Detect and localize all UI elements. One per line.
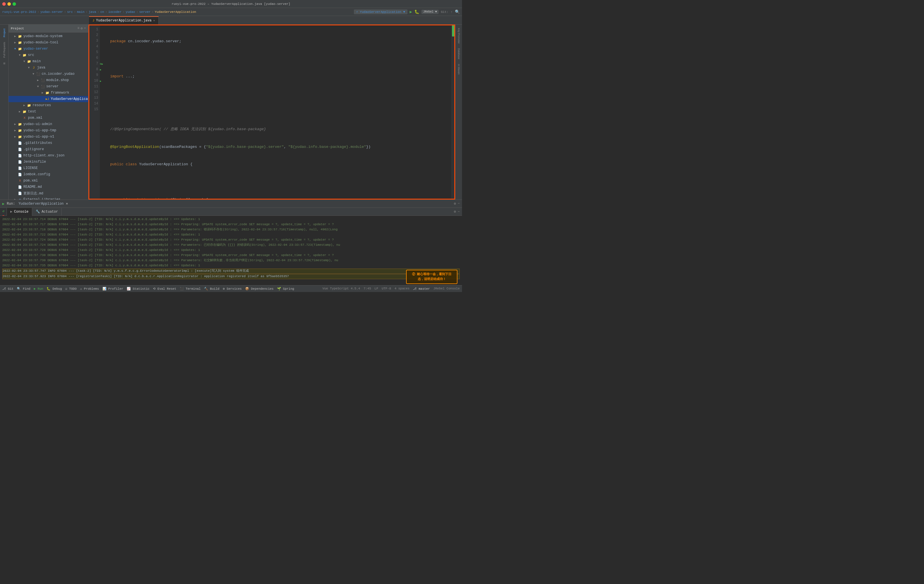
- run-line7-arrow[interactable]: ▶: [102, 63, 103, 66]
- tree-item-pom-root[interactable]: ▶ X pom.xml: [8, 178, 88, 184]
- tree-item-gitignore[interactable]: ▶ 📄 .gitignore: [8, 146, 88, 152]
- settings-icon[interactable]: ⚙: [454, 201, 456, 206]
- tree-item-lombok[interactable]: ▶ 📄 lombok.config: [8, 171, 88, 178]
- database-panel[interactable]: Database: [457, 47, 460, 61]
- problems-status[interactable]: ⚠ Problems: [80, 287, 99, 290]
- settings-console-icon[interactable]: ⚙: [454, 210, 456, 214]
- branch-info[interactable]: ⎇ master: [413, 287, 430, 290]
- breadcrumb-iocoder[interactable]: iocoder: [109, 10, 122, 14]
- tree-item-resources[interactable]: ▶ 📁 resources: [8, 102, 88, 109]
- minimize-button[interactable]: [7, 2, 11, 6]
- panel-tool-2[interactable]: ⚙: [81, 26, 83, 31]
- editor-scrollbar[interactable]: [451, 25, 455, 200]
- tree-item-server-folder[interactable]: ▼ ⬛ server: [8, 83, 88, 90]
- tree-label: framework: [51, 91, 69, 95]
- maven-panel[interactable]: m Maven: [457, 63, 460, 76]
- git-push-button[interactable]: ↑: [450, 10, 452, 14]
- run-button[interactable]: ▶: [410, 10, 412, 14]
- tree-item-package[interactable]: ▼ ⬛ cn.iocoder.yudao: [8, 71, 88, 77]
- tree-item-http-client[interactable]: ▶ 📄 http-client.env.json: [8, 152, 88, 159]
- tab-actuator[interactable]: 🔧 Actuator: [32, 208, 62, 216]
- tab-console[interactable]: ▶ Console: [7, 208, 32, 216]
- tree-item-external-libs[interactable]: ▶ ⊞ External Libraries: [8, 196, 88, 200]
- breadcrumb-server[interactable]: server: [139, 10, 151, 14]
- tree-item-yudao-server-app[interactable]: ▶ ▶J YudaoServerApplication: [8, 96, 88, 102]
- breadcrumb-yudao[interactable]: yudao: [125, 10, 135, 14]
- run-line8-arrow[interactable]: ▶: [100, 68, 101, 71]
- find-status[interactable]: 🔍 Find: [17, 287, 30, 290]
- libs-icon: ⊞: [18, 197, 22, 200]
- tree-label: 更新日志.md: [23, 191, 43, 196]
- close-button[interactable]: [2, 2, 6, 6]
- dependencies-status[interactable]: 📦 Dependencies: [245, 287, 274, 290]
- profiler-status[interactable]: 📊 Profiler: [102, 287, 123, 290]
- xml-icon: X: [18, 178, 22, 183]
- run-status[interactable]: ▶ Run: [34, 287, 43, 290]
- tree-item-module-tool[interactable]: ▶ 📁 yudao-module-tool: [8, 40, 88, 46]
- build-status[interactable]: 🔨 Build: [204, 287, 219, 290]
- tree-item-pom-inner[interactable]: ▶ X pom.xml: [8, 115, 88, 121]
- console-side-toolbar: ↺ ■ ↓ ⤓ ⊜ 🗑: [0, 208, 7, 216]
- console-content[interactable]: 2022-02-04 23:33:57.714 DEBUG 67604 --- …: [0, 216, 462, 285]
- spring-status[interactable]: 🌱 Spring: [277, 287, 294, 290]
- breadcrumb-class[interactable]: YudaoServerApplication: [155, 10, 196, 14]
- panel-minimize[interactable]: −: [84, 26, 86, 31]
- tab-actuator-label: Actuator: [42, 210, 58, 214]
- run-gutter: ⚙ ▶ ▶ ▶: [100, 25, 107, 200]
- tree-item-main[interactable]: ▼ 📁 main: [8, 58, 88, 64]
- statistic-status[interactable]: 📈 Statistic: [127, 287, 150, 290]
- breadcrumb-src[interactable]: src: [67, 10, 73, 14]
- search-button[interactable]: 🔍: [455, 10, 460, 14]
- breadcrumb-project[interactable]: ruoyi-vue-pro-2022: [2, 10, 36, 14]
- restart-icon[interactable]: ↺: [2, 209, 4, 213]
- panel-tool-1[interactable]: ≡: [78, 26, 79, 31]
- close-bottom-icon[interactable]: −: [458, 201, 460, 206]
- run-config[interactable]: ⚡ YudaoServerApplication ▼: [354, 10, 408, 14]
- tree-item-ui-app-v1[interactable]: ▶ 📁 yudao-ui-app-v1: [8, 134, 88, 140]
- terminal-status[interactable]: ⬛ Terminal: [180, 287, 201, 290]
- git-status[interactable]: ⎇ Git: [2, 287, 13, 290]
- debug-status[interactable]: 🐛 Debug: [46, 287, 62, 290]
- log-line-11: 2022-02-04 23:33:57.747 INFO 67604 --- […: [2, 269, 460, 274]
- maximize-button[interactable]: [13, 2, 16, 6]
- pull-requests-panel[interactable]: Pull Requests: [3, 40, 6, 59]
- breadcrumb-main[interactable]: main: [77, 10, 84, 14]
- todo-status[interactable]: ☑ TODO: [65, 287, 77, 290]
- breadcrumb-module[interactable]: yudao-server: [40, 10, 63, 14]
- tree-item-ui-app-tmp[interactable]: ▶ 📁 yudao-ui-app-tmp: [8, 127, 88, 134]
- tree-item-jenkinsfile[interactable]: ▶ 📄 Jenkinsfile: [8, 159, 88, 165]
- file-icon: 📄: [18, 166, 22, 170]
- tree-item-gitattributes[interactable]: ▶ 📄 .gitattributes: [8, 140, 88, 146]
- minimize-console-icon[interactable]: −: [458, 210, 460, 214]
- find-panel[interactable]: ⊞: [3, 61, 6, 66]
- tab-close-button[interactable]: ✕: [153, 19, 155, 22]
- eval-reset-status[interactable]: ⟲ Eval Reset: [153, 287, 177, 290]
- debug-button[interactable]: 🐛: [414, 10, 419, 14]
- breadcrumb-java[interactable]: java: [89, 10, 96, 14]
- tree-item-module-system[interactable]: ▶ 📁 yudao-module-system: [8, 33, 88, 40]
- tree-item-license[interactable]: ▶ 📄 LICENSE: [8, 165, 88, 171]
- tab-yudaoserverapplication[interactable]: J YudaoServerApplication.java ✕: [89, 16, 158, 24]
- tree-item-server[interactable]: ▼ 📁 yudao-server: [8, 46, 88, 52]
- code-area[interactable]: 1 2 3 4 5 6 7 8 9 10 11 12 13 14 15: [89, 25, 455, 200]
- run-icon[interactable]: ▶: [2, 201, 5, 206]
- tree-item-module-shop[interactable]: ▶ ⬛ module.shop: [8, 77, 88, 83]
- tree-item-java[interactable]: ▼ J java: [8, 64, 88, 71]
- project-panel-toggle[interactable]: Project: [3, 27, 6, 39]
- code-content[interactable]: package cn.iocoder.yudao.server; import …: [107, 25, 455, 200]
- tree-item-changelog[interactable]: ▶ 📄 更新日志.md: [8, 190, 88, 196]
- jrebel-button[interactable]: JRebel ▼: [421, 10, 439, 14]
- jrebel-console[interactable]: JRebel Console: [434, 287, 460, 290]
- folder-icon: 📁: [18, 46, 22, 51]
- services-status[interactable]: ⚙ Services: [223, 287, 242, 290]
- tree-item-test[interactable]: ▶ 📁 test: [8, 109, 88, 115]
- tree-item-readme[interactable]: ▶ 📄 README.md: [8, 184, 88, 190]
- folder-icon: 📁: [22, 109, 27, 114]
- tree-item-ui-admin[interactable]: ▶ 📁 yudao-ui-admin: [8, 121, 88, 127]
- key-promoter-panel[interactable]: Key Promoter: [457, 27, 460, 45]
- breadcrumb-cn[interactable]: cn: [101, 10, 104, 14]
- tree-item-src[interactable]: ▼ 📁 src: [8, 52, 88, 58]
- run-line10-arrow[interactable]: ▶: [100, 80, 101, 83]
- code-editor: 1 2 3 4 5 6 7 8 9 10 11 12 13 14 15: [89, 25, 455, 200]
- tree-item-framework[interactable]: ▶ 📁 framework: [8, 90, 88, 96]
